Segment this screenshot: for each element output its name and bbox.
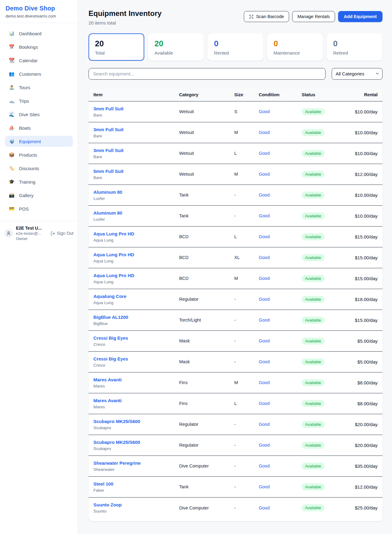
rental-price: $10.00/day [343, 122, 383, 143]
item-brand: Cressi [93, 342, 169, 347]
item-category: Fins [174, 393, 229, 414]
item-brand: Faber [93, 488, 169, 493]
stat-card[interactable]: 0 Maintenance [267, 33, 323, 61]
item-name-link[interactable]: Aqua Lung Pro HD [93, 252, 169, 257]
stat-card[interactable]: 0 Rented [208, 33, 263, 61]
sign-out-button[interactable]: Sign Out [51, 231, 74, 236]
table-row: 5mm Full Suit Bare Wetsuit M Good Availa… [89, 164, 383, 185]
sidebar-nav-item[interactable]: 🏝️ Tours [5, 82, 73, 93]
condition-link[interactable]: Good [259, 463, 270, 468]
condition-link[interactable]: Good [259, 213, 270, 218]
item-category: Dive Computer [174, 456, 229, 476]
sidebar-nav-item[interactable]: 🤿 Equipment [5, 136, 73, 147]
shop-name[interactable]: Demo Dive Shop [6, 5, 72, 12]
sidebar-nav-item[interactable]: ⛵ Boats [5, 122, 73, 133]
sidebar-nav-item[interactable]: 📅 Bookings [5, 41, 73, 52]
item-category: Regulator [174, 414, 229, 435]
item-name-link[interactable]: Shearwater Peregrine [93, 460, 169, 466]
nav-item-label: Discounts [19, 166, 39, 171]
avatar [4, 229, 13, 238]
item-name-link[interactable]: Aqua Lung Pro HD [93, 231, 169, 236]
rental-price: $18.00/day [343, 289, 383, 310]
page-title-block: Equipment Inventory 20 items total [89, 9, 162, 25]
item-name-link[interactable]: Aqualung Core [93, 294, 169, 299]
nav-item-icon: 🏷️ [9, 166, 15, 171]
sidebar-nav-item[interactable]: 👥 Customers [5, 68, 73, 79]
stat-card[interactable]: 0 Retired [327, 33, 383, 61]
stat-label: Maintenance [273, 50, 316, 55]
item-name-link[interactable]: Cressi Big Eyes [93, 335, 169, 341]
scan-barcode-button[interactable]: Scan Barcode [244, 11, 289, 22]
stat-label: Total [95, 50, 138, 55]
items-total-count: 20 items total [89, 20, 162, 25]
condition-link[interactable]: Good [259, 401, 270, 406]
sidebar-nav-item[interactable]: 🌊 Dive Sites [5, 109, 73, 120]
condition-link[interactable]: Good [259, 443, 270, 448]
condition-link[interactable]: Good [259, 338, 270, 343]
rental-price: $15.00/day [343, 247, 383, 268]
rental-price: $15.00/day [343, 268, 383, 289]
item-name-link[interactable]: 3mm Full Suit [93, 127, 169, 132]
nav-item-icon: 📅 [9, 44, 15, 50]
table-row: Aqua Lung Pro HD Aqua Lung BCD L Good Av… [89, 226, 383, 247]
condition-link[interactable]: Good [259, 380, 270, 385]
item-name-link[interactable]: Steel 100 [93, 481, 169, 486]
item-name-link[interactable]: Aluminum 80 [93, 210, 169, 216]
condition-link[interactable]: Good [259, 505, 270, 510]
item-category: Tank [174, 185, 229, 205]
condition-link[interactable]: Good [259, 297, 270, 302]
stat-card[interactable]: 20 Total [89, 33, 144, 61]
condition-link[interactable]: Good [259, 151, 270, 156]
stat-value: 0 [333, 39, 376, 48]
category-select-wrap: All Categories [332, 68, 383, 80]
sidebar-nav-item[interactable]: 📦 Products [5, 149, 73, 160]
stat-card[interactable]: 20 Available [148, 33, 204, 61]
item-name-link[interactable]: Mares Avanti [93, 377, 169, 382]
search-input[interactable] [89, 68, 326, 80]
item-name-link[interactable]: 3mm Full Suit [93, 106, 169, 111]
add-equipment-button[interactable]: Add Equipment [338, 11, 383, 22]
stat-value: 20 [95, 39, 138, 48]
condition-link[interactable]: Good [259, 130, 270, 135]
condition-link[interactable]: Good [259, 276, 270, 281]
item-name-link[interactable]: 3mm Full Suit [93, 148, 169, 153]
category-select[interactable]: All Categories [332, 68, 383, 80]
condition-link[interactable]: Good [259, 234, 270, 239]
condition-link[interactable]: Good [259, 484, 270, 489]
condition-link[interactable]: Good [259, 109, 270, 114]
manage-rentals-button[interactable]: Manage Rentals [292, 11, 335, 22]
item-name-link[interactable]: Mares Avanti [93, 398, 169, 403]
sidebar-nav-item[interactable]: 📸 Gallery [5, 190, 73, 201]
item-name-link[interactable]: Scubapro MK25/S600 [93, 440, 169, 445]
item-name-link[interactable]: Scubapro MK25/S600 [93, 419, 169, 424]
condition-link[interactable]: Good [259, 193, 270, 197]
table-row: 3mm Full Suit Bare Wetsuit S Good Availa… [89, 101, 383, 122]
item-name-link[interactable]: 5mm Full Suit [93, 169, 169, 174]
condition-link[interactable]: Good [259, 255, 270, 260]
sidebar-nav-item[interactable]: 🏷️ Discounts [5, 163, 73, 174]
item-name-link[interactable]: Cressi Big Eyes [93, 356, 169, 361]
table-row: Mares Avanti Mares Fins L Good Available… [89, 393, 383, 414]
item-name-link[interactable]: Aqua Lung Pro HD [93, 273, 169, 278]
item-name-link[interactable]: Aluminum 80 [93, 189, 169, 195]
item-name-link[interactable]: Suunto Zoop [93, 502, 169, 507]
sidebar-nav-item[interactable]: 🛥️ Trips [5, 95, 73, 106]
condition-link[interactable]: Good [259, 359, 270, 364]
sidebar-nav-item[interactable]: 📆 Calendar [5, 55, 73, 66]
item-name-link[interactable]: BigBlue AL1200 [93, 315, 169, 320]
status-badge: Available [302, 400, 325, 407]
table-row: Aqua Lung Pro HD Aqua Lung BCD M Good Av… [89, 268, 383, 289]
table-row: Scubapro MK25/S600 Scubapro Regulator - … [89, 414, 383, 435]
condition-link[interactable]: Good [259, 422, 270, 427]
rental-price: $10.00/day [343, 143, 383, 164]
sidebar-nav-item[interactable]: 💳 POS [5, 203, 73, 214]
item-size: L [229, 393, 254, 414]
condition-link[interactable]: Good [259, 172, 270, 177]
item-size: - [229, 330, 254, 351]
sidebar-nav-item[interactable]: 📊 Dashboard [5, 28, 73, 39]
condition-link[interactable]: Good [259, 318, 270, 322]
sidebar-nav-item[interactable]: 🎓 Training [5, 176, 73, 187]
item-brand: Mares [93, 405, 169, 409]
item-category: Wetsuit [174, 164, 229, 185]
rental-price: $15.00/day [343, 226, 383, 247]
